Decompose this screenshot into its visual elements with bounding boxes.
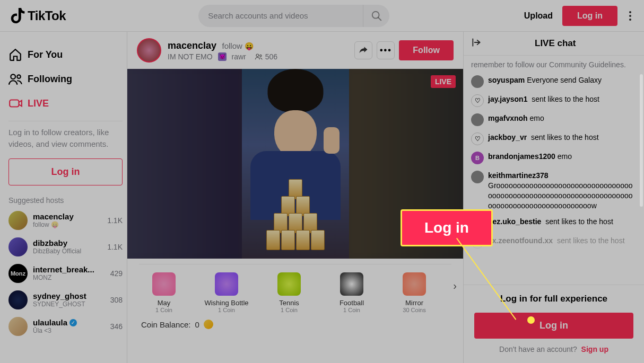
suggested-host[interactable]: macenclayfollow 😛 1.1K <box>8 211 123 230</box>
suggested-host[interactable]: ulaulaula✓Ūla <3 346 <box>8 317 123 336</box>
streamer-avatar[interactable] <box>137 38 161 63</box>
streamer-username[interactable]: macenclay <box>168 40 216 51</box>
heart-icon: ♡ <box>471 217 484 229</box>
stream-tagword: rawr <box>232 52 246 61</box>
page-scrollbar[interactable] <box>640 74 643 207</box>
chat-avatar <box>471 113 484 126</box>
nav-following[interactable]: Following <box>8 67 123 91</box>
gift-item[interactable]: Mirror30 Coins <box>389 272 439 313</box>
chat-messages[interactable]: remember to follow our Community Guideli… <box>464 56 644 285</box>
chat-avatar <box>471 171 484 183</box>
live-badge: LIVE <box>431 75 456 88</box>
host-viewers: 1.1K <box>107 243 123 251</box>
gift-mirror-icon <box>403 272 426 296</box>
avatar <box>8 211 28 230</box>
heart-icon: ♡ <box>471 132 484 145</box>
nav-following-label: Following <box>28 74 72 85</box>
svg-point-2 <box>11 74 15 79</box>
coin-icon <box>204 320 213 329</box>
chat-message: ♡nez.uko_bestie sent likes to the host <box>471 217 637 229</box>
search-input[interactable] <box>198 11 363 20</box>
devil-emoji-icon: 😈 <box>218 52 227 61</box>
host-viewers: 1.1K <box>107 216 123 225</box>
brand-logo[interactable]: TikTok <box>11 8 66 24</box>
host-viewers: 308 <box>110 296 123 304</box>
svg-point-5 <box>256 54 259 57</box>
share-icon <box>359 46 368 55</box>
nav-live[interactable]: LIVE <box>8 91 123 116</box>
follow-button[interactable]: Follow <box>399 40 454 60</box>
search-button[interactable] <box>363 5 389 27</box>
gift-item[interactable]: Football1 Coin <box>327 272 377 313</box>
tiktok-icon <box>11 8 25 24</box>
chat-panel: LIVE chat remember to follow our Communi… <box>463 32 644 363</box>
search-icon <box>371 10 382 22</box>
suggested-host[interactable]: sydney_ghostSYDNEY_GHOST 308 <box>8 290 123 309</box>
gifts-carousel: May1 Coin Wishing Bottle1 Coin Tennis1 C… <box>127 259 463 317</box>
collapse-chat-button[interactable] <box>471 37 482 50</box>
nav-for-you[interactable]: For You <box>8 42 123 67</box>
brand-text: TikTok <box>28 8 66 23</box>
sidebar-login-button[interactable]: Log in <box>8 158 123 185</box>
emoji-icon: 😛 <box>245 42 254 50</box>
avatar <box>8 237 28 256</box>
host-sub: Ūla <3 <box>33 327 77 334</box>
stream-title: IM NOT EMO <box>168 52 213 61</box>
more-menu-button[interactable] <box>627 9 633 23</box>
chat-message: mgafvxnoh emo <box>471 113 637 126</box>
home-icon <box>8 48 22 61</box>
viewer-count: 506 <box>255 52 277 61</box>
gift-item[interactable]: May1 Coin <box>139 272 189 313</box>
suggested-host[interactable]: Monz internet_break...MONZ 429 <box>8 264 123 283</box>
chat-login-button[interactable]: Log in <box>474 313 633 339</box>
chat-cta-title: Log in for full experience <box>474 294 633 304</box>
sidebar: For You Following LIVE Log in to follow … <box>0 32 127 363</box>
signup-prompt: Don't have an account? <box>499 345 577 353</box>
chat-message: keithmartinez378 Grooooooooooooooooooooo… <box>471 171 637 211</box>
svg-rect-4 <box>10 100 19 107</box>
host-name: sydney_ghost <box>33 291 86 300</box>
chat-title: LIVE chat <box>535 38 576 49</box>
chat-message: ♡xx.zeenotfound.xx sent likes to the hos… <box>471 236 637 249</box>
nav-live-label: LIVE <box>28 98 49 109</box>
people-icon <box>8 72 22 86</box>
signup-link[interactable]: Sign up <box>581 345 608 353</box>
people-icon <box>255 52 263 61</box>
gift-item[interactable]: Wishing Bottle1 Coin <box>202 272 251 313</box>
verified-badge-icon: ✓ <box>69 319 77 326</box>
gift-football-icon <box>340 272 363 296</box>
video-player[interactable]: LIVE <box>127 69 463 259</box>
avatar <box>8 290 28 309</box>
share-button[interactable] <box>354 41 372 59</box>
gift-item[interactable]: Tennis1 Coin <box>264 272 314 313</box>
host-name: dibzbaby <box>33 238 81 247</box>
chat-message: Bbrandonjames1200 emo <box>471 152 637 164</box>
avatar: Monz <box>8 264 28 283</box>
main-content: macenclay follow 😛 IM NOT EMO 😈 rawr 506 <box>127 32 463 363</box>
svg-point-6 <box>259 55 261 56</box>
gift-may-icon <box>152 272 176 296</box>
host-sub: SYDNEY_GHOST <box>33 300 86 308</box>
suggested-hosts-label: Suggested hosts <box>8 196 123 205</box>
coin-balance-value: 0 <box>195 320 199 329</box>
live-header: macenclay follow 😛 IM NOT EMO 😈 rawr 506 <box>127 32 463 69</box>
chat-system-message: remember to follow our Community Guideli… <box>471 60 637 70</box>
chat-message: ♡jay.jayson1 sent likes to the host <box>471 94 637 107</box>
collapse-icon <box>471 37 482 48</box>
gift-bottle-icon <box>215 272 238 296</box>
search-bar[interactable] <box>198 5 389 27</box>
chat-message: ♡jackboy_vr sent likes to the host <box>471 132 637 145</box>
svg-line-1 <box>378 17 381 20</box>
nav-for-you-label: For You <box>28 49 63 60</box>
host-sub: DibzBaby Official <box>33 247 81 255</box>
upload-button[interactable]: Upload <box>524 11 553 21</box>
chat-avatar <box>471 75 484 88</box>
suggested-host[interactable]: dibzbabyDibzBaby Official 1.1K <box>8 237 123 256</box>
host-name: macenclay <box>33 212 74 221</box>
header-login-button[interactable]: Log in <box>562 6 617 26</box>
coin-balance-label: Coin Balance: <box>141 320 190 329</box>
sidebar-login-prompt: Log in to follow creators, like videos, … <box>8 127 123 150</box>
gifts-next-button[interactable]: › <box>453 280 457 292</box>
more-actions-button[interactable]: ••• <box>377 41 395 59</box>
gift-tennis-icon <box>277 272 301 296</box>
